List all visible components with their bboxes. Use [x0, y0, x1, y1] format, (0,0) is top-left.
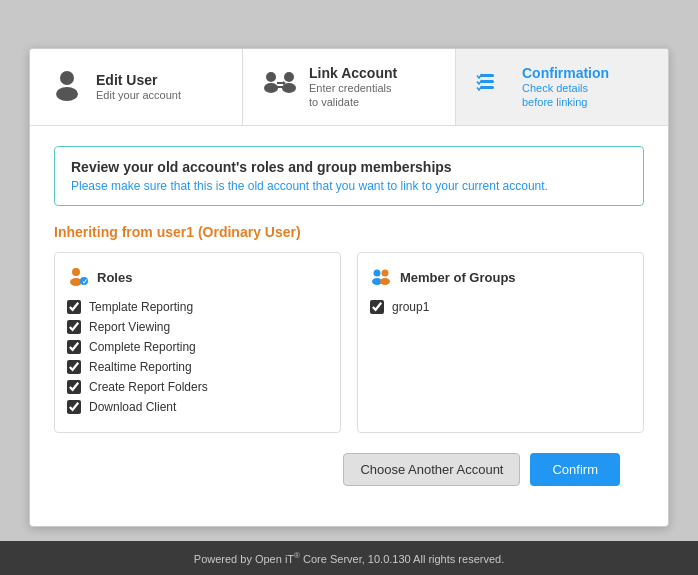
dialog-body: Review your old account's roles and grou… [30, 126, 668, 526]
wizard-step-edit-user: Edit User Edit your account [30, 49, 243, 126]
svg-point-2 [266, 72, 276, 82]
footer-bar: Powered by Open iT® Core Server, 10.0.13… [0, 541, 698, 575]
groups-icon [370, 265, 392, 290]
svg-point-0 [60, 71, 74, 85]
svg-point-20 [380, 278, 390, 285]
svg-point-17 [374, 270, 381, 277]
step2-title: Link Account [309, 65, 397, 81]
role-label-1: Report Viewing [89, 320, 170, 334]
svg-text:✓: ✓ [82, 278, 88, 285]
inheriting-label: Inheriting from user1 (Ordinary User) [54, 224, 644, 240]
role-label-5: Download Client [89, 400, 176, 414]
role-item-5: Download Client [67, 400, 328, 414]
role-item-4: Create Report Folders [67, 380, 328, 394]
role-item-3: Realtime Reporting [67, 360, 328, 374]
role-checkbox-1[interactable] [67, 320, 81, 334]
step2-subtitle: Enter credentialsto validate [309, 81, 397, 110]
step3-title: Confirmation [522, 65, 609, 81]
checklist-icon [474, 66, 512, 108]
role-label-2: Complete Reporting [89, 340, 196, 354]
groups-header-label: Member of Groups [400, 270, 516, 285]
role-checkbox-3[interactable] [67, 360, 81, 374]
roles-list: Template Reporting Report Viewing Comple… [67, 300, 328, 414]
svg-point-19 [382, 270, 389, 277]
role-checkbox-0[interactable] [67, 300, 81, 314]
wizard-step-link-account: Link Account Enter credentialsto validat… [243, 49, 456, 126]
step1-subtitle: Edit your account [96, 88, 181, 102]
groups-header: Member of Groups [370, 265, 631, 290]
role-item-0: Template Reporting [67, 300, 328, 314]
step2-text: Link Account Enter credentialsto validat… [309, 65, 397, 110]
groups-column: Member of Groups group1 [357, 252, 644, 433]
choose-another-button[interactable]: Choose Another Account [343, 453, 520, 486]
role-checkbox-2[interactable] [67, 340, 81, 354]
wizard-step-confirmation: Confirmation Check detailsbefore linking [456, 49, 668, 126]
svg-point-4 [284, 72, 294, 82]
role-checkbox-5[interactable] [67, 400, 81, 414]
role-checkbox-4[interactable] [67, 380, 81, 394]
group-label-0: group1 [392, 300, 429, 314]
footer-text: Powered by Open iT® Core Server, 10.0.13… [194, 553, 504, 565]
roles-icon: ✓ [67, 265, 89, 290]
confirm-button[interactable]: Confirm [530, 453, 620, 486]
step3-text: Confirmation Check detailsbefore linking [522, 65, 609, 110]
step3-subtitle: Check detailsbefore linking [522, 81, 609, 110]
roles-column: ✓ Roles Template Reporting Report Viewin… [54, 252, 341, 433]
columns-container: ✓ Roles Template Reporting Report Viewin… [54, 252, 644, 433]
svg-point-5 [282, 83, 296, 93]
person-icon [48, 66, 86, 108]
info-box-title: Review your old account's roles and grou… [71, 159, 627, 175]
groups-list: group1 [370, 300, 631, 314]
svg-point-13 [72, 268, 80, 276]
info-box-subtitle: Please make sure that this is the old ac… [71, 179, 627, 193]
inheriting-user: user1 (Ordinary User) [157, 224, 301, 240]
group-checkbox-0[interactable] [370, 300, 384, 314]
step1-text: Edit User Edit your account [96, 72, 181, 102]
info-box: Review your old account's roles and grou… [54, 146, 644, 206]
roles-header-label: Roles [97, 270, 132, 285]
role-label-4: Create Report Folders [89, 380, 208, 394]
step1-title: Edit User [96, 72, 181, 88]
group-item-0: group1 [370, 300, 631, 314]
role-item-1: Report Viewing [67, 320, 328, 334]
role-label-0: Template Reporting [89, 300, 193, 314]
role-item-2: Complete Reporting [67, 340, 328, 354]
svg-point-1 [56, 87, 78, 101]
role-label-3: Realtime Reporting [89, 360, 192, 374]
inheriting-prefix: Inheriting from [54, 224, 153, 240]
roles-header: ✓ Roles [67, 265, 328, 290]
main-dialog: Edit User Edit your account [29, 48, 669, 528]
dialog-footer: Choose Another Account Confirm [54, 453, 644, 506]
wizard-header: Edit User Edit your account [30, 49, 668, 127]
link-icon [261, 66, 299, 108]
